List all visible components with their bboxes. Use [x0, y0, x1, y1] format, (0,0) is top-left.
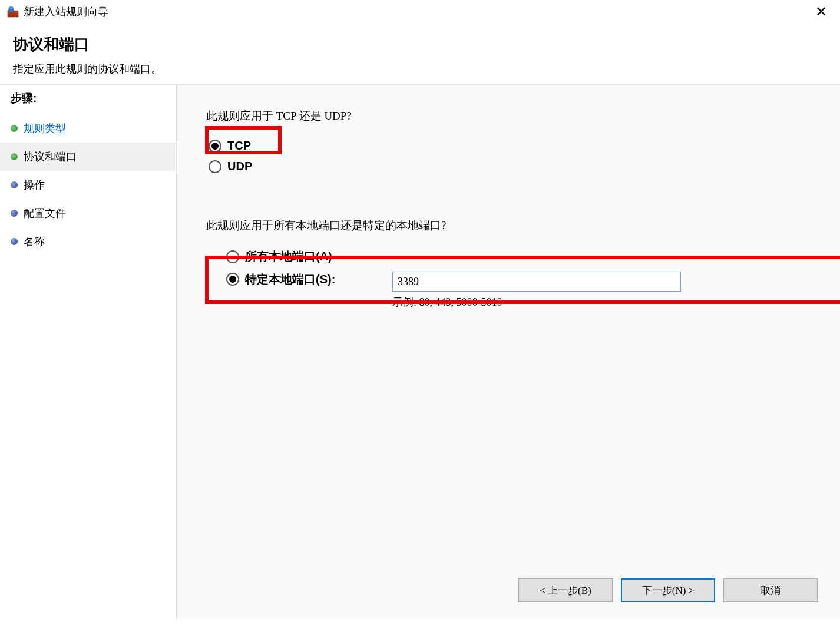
steps-heading: 步骤:: [0, 85, 176, 114]
radio-icon[interactable]: [226, 250, 239, 263]
sidebar-item-label: 配置文件: [24, 206, 66, 220]
specific-port-input[interactable]: [392, 272, 681, 292]
radio-icon[interactable]: [226, 273, 239, 286]
sidebar-item-profile[interactable]: 配置文件: [0, 199, 176, 227]
bullet-icon: [11, 181, 18, 188]
sidebar: 步骤: 规则类型 协议和端口 操作 配置文件 名称: [0, 85, 177, 620]
sidebar-item-label: 协议和端口: [24, 150, 77, 164]
window-title: 新建入站规则向导: [24, 5, 108, 19]
sidebar-item-action[interactable]: 操作: [0, 171, 176, 199]
close-icon[interactable]: ✕: [809, 4, 833, 20]
bullet-icon: [11, 238, 18, 245]
radio-specific-ports-row: 特定本地端口(S): 示例: 80, 443, 5000-5010: [226, 268, 811, 313]
radio-udp[interactable]: UDP: [209, 156, 811, 177]
wizard-header: 协议和端口 指定应用此规则的协议和端口。: [0, 24, 840, 85]
footer-buttons: < 上一步(B) 下一步(N) > 取消: [518, 578, 818, 602]
radio-icon[interactable]: [209, 160, 221, 173]
bullet-icon: [11, 153, 18, 160]
page-subtitle: 指定应用此规则的协议和端口。: [13, 62, 827, 76]
sidebar-item-rule-type[interactable]: 规则类型: [0, 114, 176, 143]
protocol-question: 此规则应用于 TCP 还是 UDP?: [206, 108, 811, 124]
port-example-text: 示例: 80, 443, 5000-5010: [392, 295, 681, 309]
radio-label: TCP: [227, 139, 251, 153]
sidebar-item-label: 规则类型: [24, 121, 66, 135]
sidebar-item-name[interactable]: 名称: [0, 227, 176, 256]
titlebar: 新建入站规则向导 ✕: [0, 0, 840, 24]
bullet-icon: [11, 210, 18, 217]
port-options: 所有本地端口(A) 特定本地端口(S): 示例: 80, 443, 5000-5…: [206, 245, 811, 313]
main-panel: 此规则应用于 TCP 还是 UDP? TCP UDP 此规则应用于所有本地端口还…: [177, 85, 840, 620]
sidebar-item-label: 名称: [24, 234, 45, 249]
page-title: 协议和端口: [13, 34, 827, 55]
radio-all-ports[interactable]: 所有本地端口(A): [226, 245, 811, 268]
sidebar-item-label: 操作: [24, 178, 45, 192]
body: 步骤: 规则类型 协议和端口 操作 配置文件 名称 此规则应用于 TCP 还是 …: [0, 85, 840, 620]
cancel-button[interactable]: 取消: [723, 578, 818, 602]
radio-label: UDP: [227, 160, 252, 173]
port-section: 此规则应用于所有本地端口还是特定的本地端口? 所有本地端口(A) 特定本地端口(…: [206, 218, 811, 313]
firewall-icon: [7, 6, 19, 18]
back-button[interactable]: < 上一步(B): [518, 578, 613, 602]
sidebar-item-protocol-port[interactable]: 协议和端口: [0, 143, 176, 171]
port-input-wrap: 示例: 80, 443, 5000-5010: [392, 272, 681, 309]
radio-tcp[interactable]: TCP: [209, 135, 811, 156]
titlebar-left: 新建入站规则向导: [7, 5, 108, 19]
port-question: 此规则应用于所有本地端口还是特定的本地端口?: [206, 218, 811, 233]
radio-label: 所有本地端口(A): [245, 249, 332, 264]
radio-icon[interactable]: [209, 140, 221, 153]
next-button[interactable]: 下一步(N) >: [621, 578, 715, 602]
radio-label: 特定本地端口(S):: [245, 272, 386, 287]
bullet-icon: [11, 125, 18, 132]
